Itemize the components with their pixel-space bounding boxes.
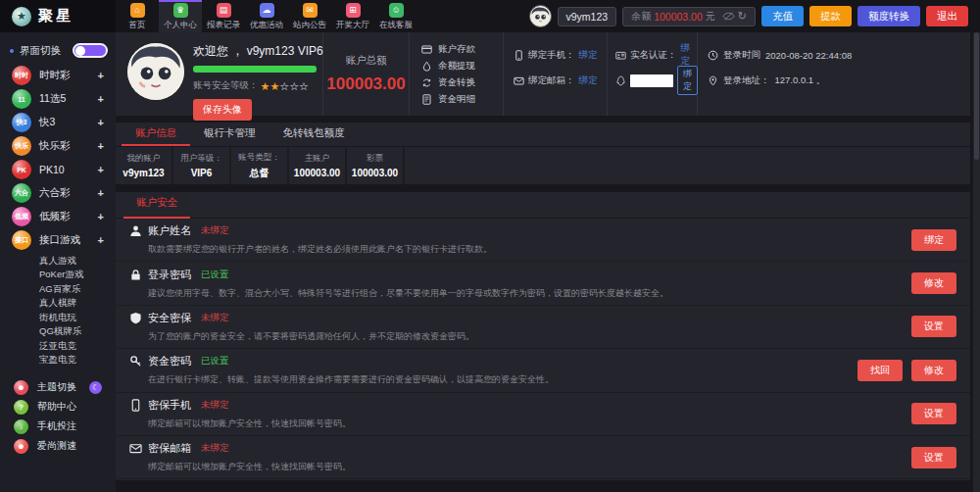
home-icon: ⌂ [130,3,145,18]
id-card-icon [615,50,626,61]
main-content: 欢迎您 ， v9ym123 VIP6 账号安全等级： ★★☆☆☆ 保存头像 账户… [116,32,970,480]
logout-button[interactable]: 退出 [926,6,968,26]
account-table: 我的账户 v9ym123 用户等级： VIP6 账号类型： 总督 主账户 100… [116,147,970,184]
ui-switch-toggle[interactable] [73,43,108,58]
tab[interactable]: 银行卡管理 [190,123,270,146]
location-pin-icon [708,75,718,86]
login-time-value: 2020-08-20 22:44:08 [765,50,852,61]
security-action-button[interactable]: 绑定 [911,229,956,251]
realname-link[interactable]: 绑定 [681,42,698,68]
footer-sphere-icon: ↓ [14,419,28,434]
nav-item-lottery-hall[interactable]: ⊞ 开奖大厅 [331,0,374,32]
shield-icon [129,312,142,324]
security-row: 登录密码 已设置 建议您使用字母、数字、混合大小写、特殊符号等进行组合，尽量不要… [116,262,970,305]
tab-bar: 账户信息银行卡管理免转钱包额度 [116,123,970,147]
security-title-bar: 账户安全 [116,192,970,219]
sidebar-sub-item[interactable]: AG百家乐 [0,282,116,297]
save-avatar-button[interactable]: 保存头像 [193,99,252,121]
security-row-desc: 绑定邮箱可以增加账户安全性，快速找回帐号密码。 [148,461,903,473]
sidebar-sub-item[interactable]: 真人游戏 [0,254,116,269]
nav-item-customer-service[interactable]: ☺ 在线客服 [374,0,417,32]
sidebar-sub-item[interactable]: PoKer游戏 [0,269,116,283]
moon-icon[interactable]: ☾ [89,381,102,394]
expand-plus-icon[interactable]: + [98,93,104,105]
username-pill[interactable]: v9ym123 [558,7,617,26]
quick-link-label: 资金明细 [438,93,475,106]
security-row-buttons: 修改 [903,272,956,294]
quick-link-funds-transfer[interactable]: 资金转换 [421,74,503,91]
login-addr-value: 127.0.0.1 。 [775,74,826,87]
expand-plus-icon[interactable]: + [98,187,104,199]
cell-value: 100003.00 [294,168,340,178]
nav-item-reports[interactable]: ▤ 报表记录 [202,0,245,32]
sidebar-sub-item[interactable]: 泛亚电竞 [0,339,116,354]
expand-plus-icon[interactable]: + [98,70,104,81]
expand-plus-icon[interactable]: + [98,211,104,222]
sidebar-sub-item[interactable]: 街机电玩 [0,311,116,325]
sub-list: 真人游戏PoKer游戏AG百家乐真人棋牌街机电玩QG棋牌乐泛亚电竞宝盈电竞 [0,252,116,369]
avatar[interactable] [529,5,552,27]
sidebar-sub-item[interactable]: 真人棋牌 [0,297,116,312]
quota-transfer-button[interactable]: 额度转换 [858,6,920,26]
quick-link-deposit-card[interactable]: 账户存款 [421,41,503,58]
sidebar: 界面切换 时时 时时彩 + 11 11选5 + 快3 快3 + 快乐 快乐彩 +… [0,32,116,492]
footer-label: 主题切换 [37,380,89,394]
cell-header: 用户等级： [180,153,222,165]
security-action-button[interactable]: 修改 [911,360,956,381]
nav-item-announcements[interactable]: ✉ 站内公告 [288,0,331,32]
nav-item-user-center[interactable]: ♛ 个人中心 [159,0,202,32]
quick-link-withdraw-drop[interactable]: 余额提现 [421,58,503,74]
tab[interactable]: 免转钱包额度 [270,123,359,146]
scrollbar-thumb[interactable] [974,32,979,160]
game-sphere-icon: 11 [12,89,31,109]
security-action-button[interactable]: 找回 [858,360,903,381]
sidebar-game-item[interactable]: PK PK10 + [0,158,116,181]
sidebar-footer-item[interactable]: ☻ 爱尚测速 [0,436,116,456]
cell-value: 100003.00 [352,168,398,178]
sidebar-game-item[interactable]: 低频 低频彩 + [0,205,116,228]
deposit-button[interactable]: 充值 [761,6,804,26]
expand-plus-icon[interactable]: + [98,117,104,128]
sidebar-sub-item[interactable]: QG棋牌乐 [0,325,116,340]
bind-phone-link[interactable]: 绑定 [579,49,598,62]
expand-plus-icon[interactable]: + [98,234,104,246]
security-action-button[interactable]: 设置 [911,316,956,337]
game-label: 六合彩 [39,186,98,200]
refresh-icon[interactable]: ↻ [738,10,747,23]
security-row-status: 已设置 [201,269,229,281]
sidebar-footer-item[interactable]: ☻ 主题切换 ☾ [0,377,116,397]
security-action-button[interactable]: 设置 [911,403,956,424]
sidebar-game-item[interactable]: 接口 接口游戏 + [0,228,116,252]
star-logo-icon: ★ [12,7,31,26]
sidebar-game-item[interactable]: 11 11选5 + [0,87,116,111]
bind-phone-row: 绑定手机： 绑定 [514,47,607,63]
security-action-button[interactable]: 修改 [911,272,956,294]
game-label: 快3 [39,116,98,129]
sidebar-game-item[interactable]: 时时 时时彩 + [0,64,116,87]
footer-sphere-icon: ☻ [14,380,28,395]
withdraw-button[interactable]: 提款 [809,6,852,26]
quick-link-funds-detail[interactable]: 资金明细 [421,91,503,108]
brand-name: 聚星 [38,7,74,25]
qq-bind-button[interactable]: 绑定 [677,66,698,95]
expand-plus-icon[interactable]: + [98,164,104,175]
nav-item-home[interactable]: ⌂ 首页 [116,0,159,32]
bind-email-link[interactable]: 绑定 [579,74,598,87]
sidebar-game-item[interactable]: 快3 快3 + [0,111,116,134]
game-label: 快乐彩 [39,139,98,153]
nav-label: 首页 [129,20,146,31]
sidebar-game-item[interactable]: 快乐 快乐彩 + [0,134,116,158]
qq-input[interactable] [630,74,673,87]
nav-item-promotions[interactable]: ☁ 优惠活动 [245,0,288,32]
sidebar-footer-item[interactable]: ↓ 手机投注 [0,417,116,436]
profile-avatar[interactable] [127,43,184,100]
tab[interactable]: 账户信息 [122,123,190,146]
bind-phone-label: 绑定手机： [528,49,575,62]
sidebar-footer-item[interactable]: ? 帮助中心 [0,397,116,417]
sidebar-game-item[interactable]: 六合 六合彩 + [0,181,116,205]
expand-plus-icon[interactable]: + [98,140,104,152]
scrollbar[interactable] [973,32,980,492]
sidebar-sub-item[interactable]: 宝盈电竞 [0,354,116,369]
eye-icon[interactable] [722,12,735,21]
security-action-button[interactable]: 设置 [911,447,956,468]
